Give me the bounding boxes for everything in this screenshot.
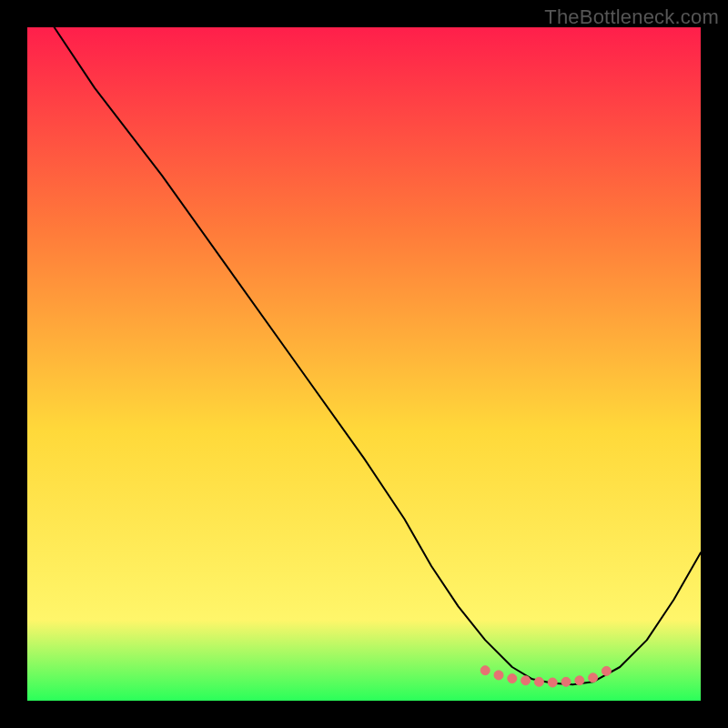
chart-svg (27, 27, 701, 701)
optimal-dot (561, 677, 571, 686)
optimal-dot (575, 676, 584, 685)
optimal-dot (589, 673, 598, 682)
optimal-dot (508, 674, 517, 683)
watermark-text: TheBottleneck.com (544, 5, 719, 29)
optimal-dot (602, 666, 611, 675)
optimal-dot (534, 677, 543, 686)
optimal-dot (494, 671, 503, 680)
plot-area (27, 27, 701, 701)
optimal-dot (548, 678, 557, 687)
optimal-dot (480, 666, 490, 675)
optimal-dot (521, 676, 531, 685)
gradient-background (27, 27, 701, 701)
chart-canvas: TheBottleneck.com (0, 0, 728, 728)
